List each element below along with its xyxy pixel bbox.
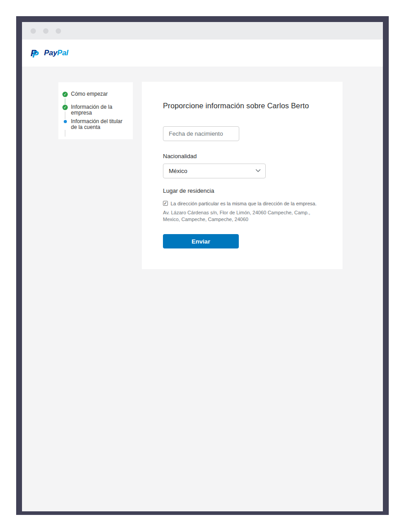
step-label: Información del titular de la cuenta (71, 119, 128, 130)
step-label: Información de la empresa (71, 104, 128, 116)
nationality-select-wrap: México (163, 164, 266, 178)
step-informacion-empresa[interactable]: ✓ Información de la empresa (62, 104, 128, 116)
paypal-monogram-icon: P P (31, 48, 40, 58)
step-como-empezar[interactable]: ✓ Cómo empezar (62, 91, 128, 97)
nationality-label: Nacionalidad (163, 153, 321, 160)
residence-address: Av. Lázaro Cárdenas s/n, Flor de Limón, … (163, 209, 321, 223)
account-holder-form-card: Proporcione información sobre Carlos Ber… (142, 82, 343, 269)
window-dot-icon (56, 28, 61, 34)
step-informacion-titular[interactable]: Información del titular de la cuenta (62, 119, 128, 130)
paypal-logo[interactable]: P P PayPal (31, 48, 68, 58)
paypal-wordmark: PayPal (44, 49, 68, 58)
check-circle-icon: ✓ (62, 92, 68, 97)
current-step-dot-icon (64, 120, 67, 123)
same-address-label: La dirección particular es la misma que … (171, 200, 316, 207)
submit-button[interactable]: Enviar (163, 234, 239, 248)
window-dot-icon (43, 28, 48, 34)
date-of-birth-input[interactable] (163, 126, 239, 141)
nationality-select[interactable]: México (163, 164, 266, 178)
check-circle-icon: ✓ (62, 105, 68, 110)
browser-window: P P PayPal ✓ Cómo empezar ✓ Información … (16, 16, 389, 515)
window-dot-icon (31, 28, 36, 34)
residence-label: Lugar de residencia (163, 187, 321, 194)
step-connector (65, 130, 66, 137)
progress-steps-card: ✓ Cómo empezar ✓ Información de la empre… (58, 82, 133, 139)
page-content: ✓ Cómo empezar ✓ Información de la empre… (22, 66, 383, 511)
page-title: Proporcione información sobre Carlos Ber… (163, 102, 321, 110)
steps-list: ✓ Cómo empezar ✓ Información de la empre… (58, 82, 133, 139)
same-address-row: ✓ La dirección particular es la misma qu… (163, 200, 321, 207)
site-header: P P PayPal (22, 40, 383, 66)
browser-chrome-bar (22, 22, 383, 40)
step-connector (65, 98, 66, 104)
same-address-checkbox[interactable]: ✓ (163, 201, 168, 206)
step-label: Cómo empezar (71, 91, 128, 97)
